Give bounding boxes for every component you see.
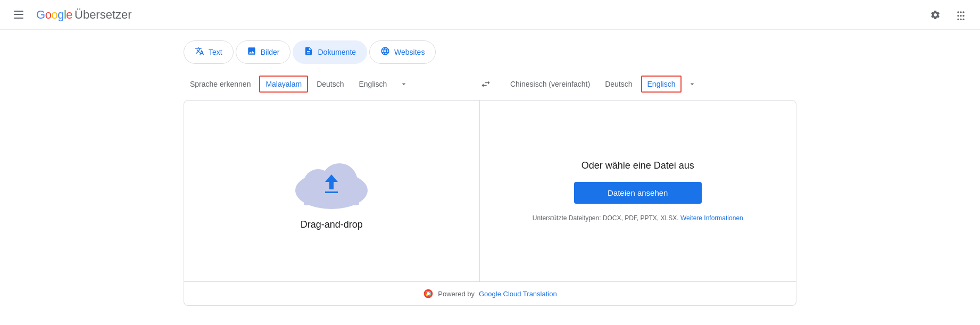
- target-lang-englisch[interactable]: Englisch: [641, 76, 682, 93]
- settings-button[interactable]: [925, 4, 946, 26]
- drag-drop-label: Drag-and-drop: [301, 219, 363, 230]
- tab-websites[interactable]: Websites: [369, 40, 436, 64]
- target-lang-more-button[interactable]: [684, 76, 701, 93]
- cloud-svg: [289, 152, 374, 211]
- tab-text[interactable]: Text: [184, 40, 234, 64]
- browse-files-button[interactable]: Dateien ansehen: [574, 182, 702, 204]
- file-types-text: Unterstützte Dateitypen: DOCX, PDF, PPTX…: [533, 214, 679, 222]
- tab-images-label: Bilder: [261, 48, 280, 56]
- app-title: Übersetzer: [74, 8, 132, 22]
- source-language-bar: Sprache erkennen Malayalam Deutsch Engli…: [184, 76, 476, 93]
- powered-bar: Powered by Google Cloud Translation: [184, 281, 796, 305]
- google-cloud-translation-link[interactable]: Google Cloud Translation: [479, 290, 557, 298]
- target-panel: Oder wähle eine Datei aus Dateien ansehe…: [480, 101, 796, 281]
- source-lang-more-button[interactable]: [395, 76, 412, 93]
- or-choose-label: Oder wähle eine Datei aus: [582, 160, 694, 171]
- svg-rect-5: [325, 191, 338, 193]
- tab-documents[interactable]: Dokumente: [293, 40, 367, 64]
- source-lang-malayalam[interactable]: Malayalam: [259, 76, 308, 93]
- menu-button[interactable]: [9, 4, 30, 26]
- tab-images[interactable]: Bilder: [236, 40, 291, 64]
- swap-languages-button[interactable]: [476, 74, 495, 94]
- google-cloud-icon: [423, 288, 434, 299]
- translate-icon: [195, 46, 204, 58]
- tab-documents-label: Dokumente: [318, 48, 356, 56]
- translation-area: Drag-and-drop Oder wähle eine Datei aus …: [184, 100, 796, 306]
- document-icon: [304, 46, 313, 58]
- drop-zone[interactable]: Drag-and-drop: [289, 152, 374, 230]
- target-lang-chinese[interactable]: Chinesisch (vereinfacht): [504, 76, 596, 93]
- header-left: Google Übersetzer: [9, 4, 132, 26]
- hamburger-icon: [13, 9, 26, 21]
- image-icon: [247, 46, 256, 58]
- target-language-bar: Chinesisch (vereinfacht) Deutsch Englisc…: [495, 76, 796, 93]
- chevron-down-icon: [400, 80, 408, 88]
- grid-icon: [956, 10, 966, 20]
- swap-icon: [480, 79, 491, 89]
- apps-button[interactable]: [950, 4, 971, 26]
- svg-rect-3: [304, 187, 359, 205]
- tab-bar: Text Bilder Dokumente Websites: [184, 40, 796, 64]
- source-lang-deutsch[interactable]: Deutsch: [310, 76, 350, 93]
- google-wordmark: Google: [36, 8, 72, 22]
- source-panel[interactable]: Drag-and-drop: [184, 101, 480, 281]
- cloud-upload-icon: [289, 152, 374, 211]
- target-lang-deutsch[interactable]: Deutsch: [599, 76, 638, 93]
- language-bar: Sprache erkennen Malayalam Deutsch Engli…: [184, 74, 796, 94]
- footer: Feedback geben: [0, 321, 980, 325]
- gear-icon: [930, 10, 941, 20]
- main-content: Text Bilder Dokumente Websites Sprache e…: [171, 30, 809, 316]
- file-types-info: Unterstützte Dateitypen: DOCX, PDF, PPTX…: [533, 214, 743, 222]
- translation-panels: Drag-and-drop Oder wähle eine Datei aus …: [184, 101, 796, 281]
- tab-text-label: Text: [209, 48, 222, 56]
- tab-websites-label: Websites: [394, 48, 425, 56]
- chevron-down-icon: [688, 80, 696, 88]
- header: Google Übersetzer: [0, 0, 980, 30]
- google-logo: Google Übersetzer: [36, 8, 132, 22]
- more-info-link[interactable]: Weitere Informationen: [680, 214, 743, 222]
- source-lang-englisch[interactable]: Englisch: [352, 76, 393, 93]
- detect-language-label: Sprache erkennen: [184, 76, 257, 93]
- powered-by-text: Powered by: [438, 290, 475, 298]
- header-right: [925, 4, 971, 26]
- globe-icon: [380, 46, 390, 58]
